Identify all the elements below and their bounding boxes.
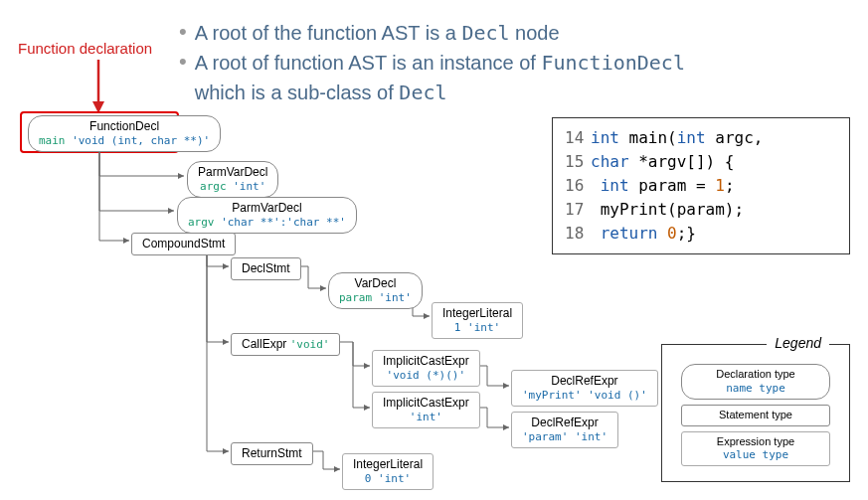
node-declrefexpr-1: DeclRefExpr 'myPrint' 'void ()' (511, 370, 658, 407)
bullet-list: • A root of the function AST is a Decl n… (179, 18, 685, 107)
node-parmvardecl-2: ParmVarDecl argv 'char **':'char **' (177, 197, 357, 234)
callout-label: Function declaration (18, 40, 152, 57)
svg-marker-4 (123, 238, 129, 244)
svg-marker-2 (178, 173, 184, 179)
svg-marker-13 (503, 424, 509, 430)
node-callexpr: CallExpr 'void' (231, 333, 340, 356)
code-line: 18 return 0;} (565, 222, 837, 246)
node-returnstmt: ReturnStmt (231, 442, 313, 465)
bullet-1: A root of the function AST is a Decl nod… (195, 18, 560, 48)
bullet-dot: • (179, 48, 187, 77)
arrow-icon (85, 58, 114, 113)
node-functiondecl: FunctionDecl main 'void (int, char **)' (28, 115, 221, 152)
code-line: 14int main(int argc, (565, 126, 837, 150)
svg-marker-5 (223, 263, 229, 269)
bullet-dot: • (179, 18, 187, 47)
bullet-2: A root of function AST is an instance of… (195, 48, 685, 107)
node-compoundstmt: CompoundStmt (131, 233, 236, 255)
svg-marker-1 (92, 101, 104, 113)
node-implicitcastexpr-2: ImplicitCastExpr 'int' (372, 392, 480, 428)
code-line: 15char *argv[]) { (565, 150, 837, 174)
code-snippet: 14int main(int argc, 15char *argv[]) { 1… (552, 117, 850, 254)
node-integerliteral-1: IntegerLiteral 1 'int' (432, 302, 523, 339)
legend-stmt: Statement type (681, 405, 830, 426)
node-implicitcastexpr-1: ImplicitCastExpr 'void (*)()' (372, 350, 480, 387)
svg-marker-8 (320, 285, 326, 291)
svg-marker-14 (334, 466, 340, 472)
node-parmvardecl-1: ParmVarDecl argc 'int' (187, 161, 278, 198)
legend-expr: Expression type value type (681, 431, 830, 467)
svg-marker-9 (424, 313, 430, 319)
code-line: 17 myPrint(param); (565, 198, 837, 222)
node-integerliteral-2: IntegerLiteral 0 'int' (342, 453, 434, 490)
legend-title: Legend (767, 335, 829, 351)
node-vardecl: VarDecl param 'int' (328, 272, 423, 309)
code-line: 16 int param = 1; (565, 174, 837, 198)
legend-box: Legend Declaration type name type Statem… (661, 344, 850, 482)
svg-marker-7 (223, 448, 229, 454)
svg-marker-3 (168, 208, 174, 214)
node-declrefexpr-2: DeclRefExpr 'param' 'int' (511, 412, 618, 448)
svg-marker-6 (223, 339, 229, 345)
node-declstmt: DeclStmt (231, 257, 301, 280)
svg-marker-11 (364, 405, 370, 411)
svg-marker-12 (503, 383, 509, 389)
svg-marker-10 (364, 363, 370, 369)
legend-decl: Declaration type name type (681, 364, 830, 400)
